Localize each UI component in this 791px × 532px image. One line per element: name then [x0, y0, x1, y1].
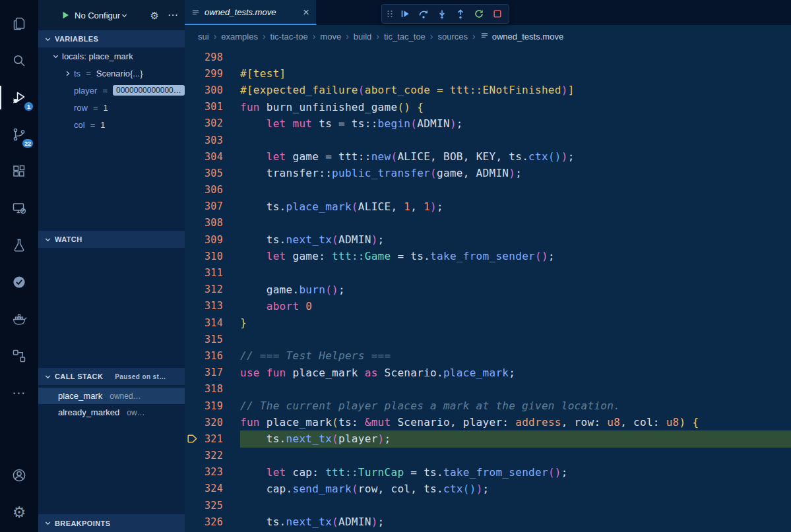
- line-number[interactable]: 300: [199, 84, 240, 96]
- check-circle-icon[interactable]: [0, 265, 38, 299]
- gutter[interactable]: 310: [185, 248, 240, 264]
- line-number[interactable]: 305: [199, 167, 240, 179]
- gutter[interactable]: 300: [185, 82, 240, 98]
- gutter[interactable]: 318: [185, 381, 240, 398]
- line-number[interactable]: 317: [199, 367, 240, 378]
- code-line[interactable]: 313 abort 0: [185, 298, 791, 314]
- code-line[interactable]: 316// === Test Helpers ===: [185, 347, 791, 364]
- docker-icon[interactable]: [0, 302, 38, 336]
- gutter[interactable]: 301: [185, 99, 240, 115]
- code-line[interactable]: 301fun burn_unfinished_game() {: [185, 99, 791, 115]
- variable-row-col[interactable]: col = 1: [38, 116, 185, 133]
- gutter[interactable]: 312: [185, 281, 240, 298]
- code-line[interactable]: 308: [185, 215, 791, 231]
- line-number[interactable]: 301: [199, 101, 240, 113]
- code-line[interactable]: 307 ts.place_mark(ALICE, 1, 1);: [185, 198, 791, 215]
- gutter[interactable]: 309: [185, 231, 240, 248]
- breadcrumb-item[interactable]: examples: [221, 32, 258, 42]
- references-icon[interactable]: [0, 339, 38, 373]
- line-number[interactable]: 325: [199, 500, 240, 512]
- code-line[interactable]: 305 transfer::public_transfer(game, ADMI…: [185, 165, 791, 181]
- code-line[interactable]: 322: [185, 448, 791, 464]
- tab-owned-tests-move[interactable]: owned_tests.move ×: [185, 0, 317, 25]
- gutter[interactable]: 323: [185, 464, 240, 481]
- code-line[interactable]: 300#[expected_failure(abort_code = ttt::…: [185, 82, 791, 98]
- gutter[interactable]: 324: [185, 481, 240, 497]
- call-stack-section-header[interactable]: CALL STACK Paused on st…: [38, 368, 185, 385]
- code-line[interactable]: 303: [185, 132, 791, 148]
- line-number[interactable]: 299: [199, 68, 240, 80]
- breadcrumb-item[interactable]: owned_tests.move: [480, 31, 563, 42]
- gutter[interactable]: 298: [185, 49, 240, 65]
- watch-section-header[interactable]: WATCH: [38, 231, 185, 248]
- variables-section-header[interactable]: VARIABLES: [38, 30, 185, 47]
- code-line[interactable]: 323 let cap: ttt::TurnCap = ts.take_from…: [185, 464, 791, 481]
- breadcrumb-item[interactable]: build: [354, 32, 371, 42]
- code-line[interactable]: 311: [185, 264, 791, 281]
- gutter[interactable]: 308: [185, 215, 240, 231]
- gutter[interactable]: 326: [185, 514, 240, 530]
- line-number[interactable]: 321: [199, 433, 240, 445]
- variable-row-ts[interactable]: ts = Scenario{...}: [38, 65, 185, 82]
- testing-beaker-icon[interactable]: [0, 228, 38, 262]
- accounts-icon[interactable]: [0, 458, 38, 492]
- gutter[interactable]: 311: [185, 264, 240, 281]
- gutter[interactable]: 306: [185, 182, 240, 198]
- breadcrumb-item[interactable]: move: [320, 32, 341, 42]
- debug-more-actions-icon[interactable]: ⋯: [168, 10, 178, 20]
- code-line[interactable]: 318: [185, 381, 791, 398]
- code-line[interactable]: 309 ts.next_tx(ADMIN);: [185, 231, 791, 248]
- search-icon[interactable]: [0, 44, 38, 78]
- line-number[interactable]: 306: [199, 184, 240, 196]
- breadcrumb-item[interactable]: sources: [438, 32, 468, 42]
- start-debugging-button[interactable]: [61, 11, 70, 20]
- line-number[interactable]: 308: [199, 217, 240, 229]
- gutter[interactable]: 316: [185, 347, 240, 364]
- stack-frame[interactable]: already_marked ow…: [38, 404, 185, 421]
- breadcrumb-item[interactable]: tic-tac-toe: [270, 32, 308, 42]
- source-control-icon[interactable]: 22: [0, 117, 38, 152]
- stop-button[interactable]: [488, 5, 507, 22]
- line-number[interactable]: 324: [199, 483, 240, 494]
- gutter[interactable]: 313: [185, 298, 240, 314]
- code-line[interactable]: 306: [185, 182, 791, 198]
- continue-button[interactable]: [396, 5, 414, 22]
- line-number[interactable]: 311: [199, 267, 240, 279]
- line-number[interactable]: 302: [199, 117, 240, 129]
- gutter[interactable]: 307: [185, 198, 240, 215]
- gutter[interactable]: 302: [185, 115, 240, 132]
- code-line[interactable]: 314}: [185, 314, 791, 331]
- step-out-button[interactable]: [451, 5, 470, 22]
- gutter[interactable]: 314: [185, 314, 240, 331]
- extensions-icon[interactable]: [0, 154, 38, 189]
- gutter[interactable]: 299: [185, 65, 240, 82]
- gutter[interactable]: 305: [185, 165, 240, 181]
- code-line[interactable]: 320fun place_mark(ts: &mut Scenario, pla…: [185, 414, 791, 430]
- line-number[interactable]: 316: [199, 350, 240, 362]
- code-line[interactable]: 324 cap.send_mark(row, col, ts.ctx());: [185, 481, 791, 497]
- debug-current-line-marker[interactable]: [185, 434, 199, 443]
- breadcrumb-item[interactable]: tic_tac_toe: [384, 32, 426, 42]
- variable-value-selected[interactable]: 0000000000000…: [113, 85, 185, 96]
- line-number[interactable]: 326: [199, 516, 240, 528]
- code-line[interactable]: 326 ts.next_tx(ADMIN);: [185, 514, 791, 530]
- gutter[interactable]: 304: [185, 148, 240, 165]
- gutter[interactable]: 325: [185, 497, 240, 514]
- gutter[interactable]: 319: [185, 398, 240, 414]
- code-line[interactable]: 298: [185, 49, 791, 65]
- line-number[interactable]: 319: [199, 400, 240, 412]
- line-number[interactable]: 312: [199, 283, 240, 295]
- remote-explorer-icon[interactable]: [0, 191, 38, 225]
- line-number[interactable]: 315: [199, 334, 240, 345]
- variable-row-row[interactable]: row = 1: [38, 99, 185, 116]
- line-number[interactable]: 323: [199, 466, 240, 478]
- variable-row-player[interactable]: player = 0000000000000…: [38, 82, 185, 99]
- line-number[interactable]: 309: [199, 234, 240, 246]
- code-line[interactable]: 319// The current player places a mark a…: [185, 398, 791, 414]
- line-number[interactable]: 310: [199, 251, 240, 262]
- code-line[interactable]: 304 let game = ttt::new(ALICE, BOB, KEY,…: [185, 148, 791, 165]
- line-number[interactable]: 318: [199, 383, 240, 395]
- gutter[interactable]: 321: [185, 430, 240, 447]
- variables-scope-row[interactable]: locals: place_mark: [38, 47, 185, 65]
- code-line[interactable]: 321 ts.next_tx(player);: [185, 430, 791, 447]
